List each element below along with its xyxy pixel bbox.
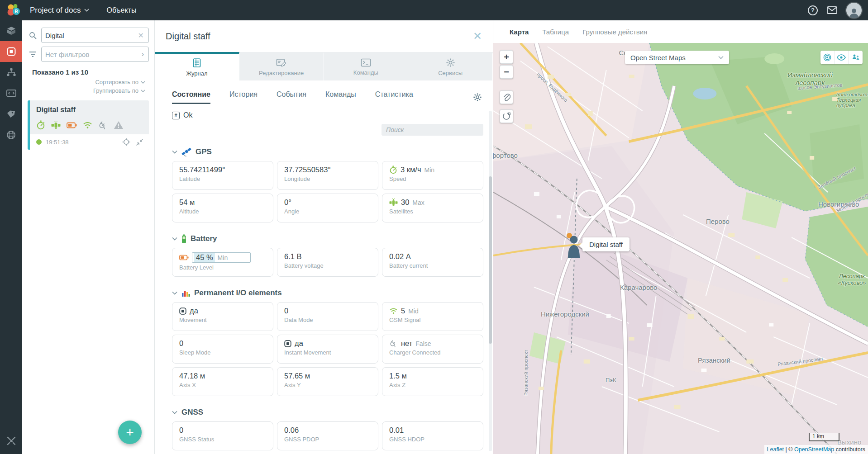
battery-icon bbox=[67, 122, 77, 128]
section-gps-header[interactable]: GPS bbox=[172, 147, 483, 156]
zoom-in-button[interactable]: + bbox=[500, 50, 513, 64]
collapse-button[interactable] bbox=[136, 138, 143, 146]
stat-label: Axis Y bbox=[284, 382, 371, 388]
state-settings-button[interactable] bbox=[473, 93, 482, 102]
stat-card-gnss-pdop: 0.06 GNSS PDOP bbox=[277, 421, 378, 450]
state-search-input[interactable] bbox=[386, 126, 479, 133]
follow-button[interactable] bbox=[820, 51, 835, 64]
object-status-icons bbox=[36, 120, 143, 130]
objects-icon bbox=[7, 47, 16, 56]
stat-card-gnss-status: 0 GNSS Status bbox=[172, 421, 273, 450]
search-input[interactable] bbox=[45, 32, 137, 39]
group-by-label: Группировать по bbox=[93, 87, 138, 94]
permanent-io-cards: да Movement 0 Data Mode 5 Mid bbox=[172, 302, 483, 396]
osm-link[interactable]: OpenStreetMap bbox=[794, 446, 834, 453]
filter-icon bbox=[28, 51, 38, 57]
stat-card-sleep-mode: 0 Sleep Mode bbox=[172, 335, 273, 364]
status-hash-icon: # bbox=[172, 112, 180, 119]
stat-value: 6.1 В bbox=[284, 252, 302, 261]
concentric-circles-icon bbox=[823, 53, 831, 61]
marker-label[interactable]: Digital staff bbox=[582, 237, 630, 251]
tab-journal[interactable]: Журнал bbox=[155, 52, 239, 80]
tab-commands[interactable]: Команды bbox=[324, 52, 409, 80]
filter-open-icon[interactable]: › bbox=[141, 50, 145, 58]
sort-by[interactable]: Сортировать по bbox=[28, 79, 145, 85]
stat-card-latitude: 55.74211499° Latitude bbox=[172, 161, 273, 190]
visibility-button[interactable] bbox=[835, 51, 849, 64]
subtab-state[interactable]: Состояние bbox=[172, 90, 210, 104]
filter-input[interactable] bbox=[45, 51, 141, 58]
stat-suffix: Min bbox=[218, 254, 228, 261]
nav-objects[interactable]: Объекты bbox=[106, 6, 136, 14]
leaflet-link[interactable]: Leaflet bbox=[767, 446, 784, 453]
measure-tool-button[interactable] bbox=[500, 90, 513, 104]
sidebar-item-tools[interactable] bbox=[0, 430, 22, 451]
clear-search-icon[interactable]: ✕ bbox=[137, 31, 145, 40]
sidebar-item-objects[interactable] bbox=[0, 41, 22, 62]
cube-icon bbox=[6, 26, 16, 35]
stat-value: нет bbox=[401, 339, 412, 348]
stat-card-axis-x: 47.18 м Axis X bbox=[172, 367, 273, 396]
sidebar-item-hierarchy[interactable] bbox=[0, 62, 22, 83]
project-switcher[interactable]: Project of docs bbox=[30, 6, 89, 15]
mail-button[interactable] bbox=[827, 6, 837, 14]
stat-suffix: Min bbox=[424, 166, 435, 174]
stat-label: Battery Level bbox=[179, 264, 266, 271]
add-object-button[interactable]: + bbox=[118, 421, 142, 444]
object-marker[interactable] bbox=[565, 232, 581, 258]
stopwatch-icon bbox=[389, 166, 397, 174]
paperclip-icon bbox=[503, 93, 510, 101]
last-update-time: 19:51:38 bbox=[46, 139, 117, 146]
sidebar-item-geo[interactable] bbox=[0, 124, 22, 145]
tag-icon bbox=[6, 110, 16, 118]
stat-card-gnss-hdop: 0.01 GNSS HDOP bbox=[382, 421, 483, 450]
geofence-tool-button[interactable] bbox=[500, 109, 513, 123]
tab-group-actions[interactable]: Групповые действия bbox=[582, 28, 647, 36]
battery-icon bbox=[179, 255, 189, 260]
section-gnss-header[interactable]: GNSS bbox=[172, 408, 483, 417]
tab-edit[interactable]: Редактирование bbox=[239, 52, 324, 80]
sidebar-item-devices[interactable] bbox=[0, 20, 22, 41]
sidebar-item-widgets[interactable] bbox=[0, 83, 22, 104]
map-layer-select[interactable]: Open Street Maps bbox=[625, 51, 729, 64]
section-battery-header[interactable]: Battery bbox=[172, 234, 483, 243]
subtab-commands[interactable]: Команды bbox=[325, 90, 356, 104]
eye-icon bbox=[837, 54, 846, 61]
tab-map[interactable]: Карта bbox=[510, 28, 529, 36]
subtab-events[interactable]: События bbox=[277, 90, 306, 104]
close-icon[interactable]: ✕ bbox=[473, 31, 482, 42]
stopwatch-icon bbox=[36, 120, 45, 130]
stat-card-axis-z: 1.5 м Axis Z bbox=[382, 367, 483, 396]
stat-value: 45 % bbox=[194, 253, 215, 262]
crosshair-icon bbox=[122, 138, 130, 146]
subtab-statistics[interactable]: Статистика bbox=[375, 90, 413, 104]
stat-value: да bbox=[190, 307, 198, 315]
plug-icon bbox=[98, 121, 108, 129]
tab-edit-label: Редактирование bbox=[259, 70, 304, 76]
stat-label: Angle bbox=[284, 208, 371, 215]
battery-green-icon bbox=[181, 234, 186, 243]
tab-table[interactable]: Таблица bbox=[542, 28, 569, 36]
map-canvas[interactable]: Соколиная Гора Измайловский лесопарк Зон… bbox=[493, 43, 868, 454]
sidebar-item-tags[interactable] bbox=[0, 104, 22, 124]
help-button[interactable]: ? bbox=[808, 5, 818, 15]
stat-label: Instant Movement bbox=[284, 349, 371, 356]
zoom-out-button[interactable]: − bbox=[500, 65, 513, 79]
user-menu-button[interactable] bbox=[846, 3, 862, 18]
object-card-digital-staff[interactable]: Digital staff bbox=[28, 100, 149, 150]
stat-value: 57.65 м bbox=[284, 372, 310, 380]
clustering-button[interactable] bbox=[849, 51, 863, 64]
search-inputbox: ✕ bbox=[41, 28, 149, 43]
stat-value: 0 bbox=[284, 307, 288, 315]
stat-value: 1.5 м bbox=[389, 372, 407, 380]
locate-button[interactable] bbox=[122, 138, 130, 146]
subtab-history[interactable]: История bbox=[229, 90, 258, 104]
group-by[interactable]: Группировать по bbox=[28, 87, 145, 94]
stat-value: 55.74211499° bbox=[179, 166, 225, 174]
detail-scrollbar-thumb[interactable] bbox=[489, 176, 492, 344]
tab-services[interactable]: Сервисы bbox=[408, 52, 493, 80]
gps-cards: 55.74211499° Latitude 37.72550583° Longi… bbox=[172, 161, 483, 222]
section-permanent-io-header[interactable]: Permanent I/O elements bbox=[172, 288, 483, 298]
stat-value: да bbox=[295, 339, 303, 348]
battery-level-input[interactable]: 45 % Min bbox=[192, 252, 251, 263]
